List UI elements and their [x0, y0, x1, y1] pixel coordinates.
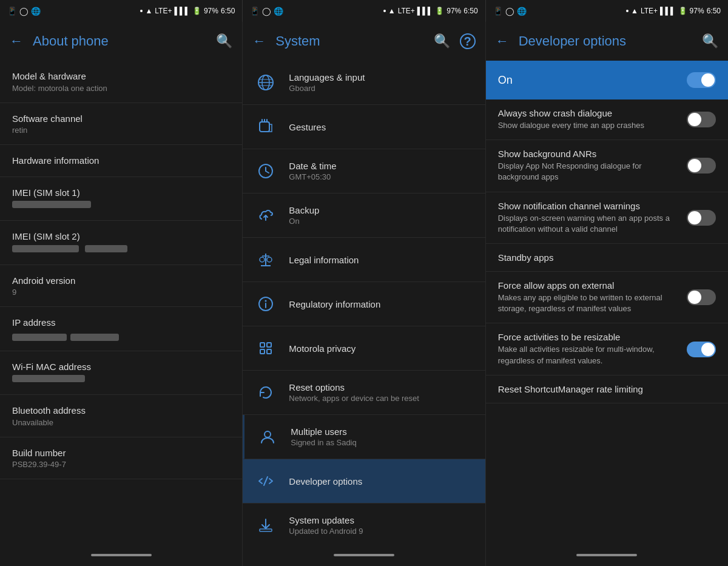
bluetooth-title: Bluetooth address [12, 405, 230, 417]
force-allow-external-title: Force allow apps on external [498, 280, 677, 291]
multiple-users-title: Multiple users [291, 426, 475, 437]
reset-text: Reset options Network, apps or device ca… [289, 382, 475, 403]
dev-item-crash-dialogue[interactable]: Always show crash dialogue Show dialogue… [486, 99, 728, 140]
model-title: Model & hardware [12, 70, 230, 83]
sys-item-datetime[interactable]: Date & time GMT+05:30 [243, 149, 485, 194]
nav-section-1[interactable] [0, 544, 243, 566]
crash-dialogue-toggle[interactable] [687, 112, 716, 127]
svg-rect-21 [267, 349, 271, 354]
build-number-title: Build number [12, 447, 230, 459]
imei2-blurred2 [85, 245, 127, 252]
globe-icon [252, 69, 279, 96]
dev-item-force-resizable[interactable]: Force activities to be resizable Make al… [486, 323, 728, 375]
sys-item-gestures[interactable]: Gestures [243, 105, 485, 149]
battery-icon-3: 🔋 [678, 7, 687, 15]
backup-title: Backup [289, 205, 475, 215]
svg-rect-19 [267, 343, 271, 347]
reset-subtitle: Network, apps or device can be reset [289, 394, 475, 403]
software-channel-subtitle: retin [12, 126, 230, 135]
notification-channel-toggle[interactable] [687, 210, 716, 226]
search-icon-2[interactable]: 🔍 [434, 33, 450, 49]
toggle-knob-on [701, 73, 715, 87]
standby-apps-text: Standby apps [498, 252, 716, 263]
nav-bar [0, 544, 728, 566]
nav-pill-1 [91, 554, 152, 556]
battery-label-1: 97% [204, 7, 218, 15]
svg-point-16 [265, 300, 267, 302]
status-icons-left-3: 📱 ◯ 🌐 [493, 7, 527, 16]
svg-point-22 [265, 431, 271, 437]
list-item-wifi-mac[interactable]: Wi-Fi MAC address [0, 351, 242, 396]
cloud-upload-icon [252, 202, 279, 229]
svg-line-23 [264, 477, 268, 485]
list-item-android-version[interactable]: Android version 9 [0, 265, 242, 308]
lte-label-1: LTE+ [155, 7, 172, 15]
system-list: Languages & input Gboard Gestures [243, 61, 485, 544]
multiple-users-subtitle: Signed in as Sadiq [291, 438, 475, 447]
sys-item-backup[interactable]: Backup On [243, 194, 485, 238]
sys-item-reset[interactable]: Reset options Network, apps or device ca… [243, 371, 485, 415]
nav-section-3[interactable] [486, 544, 728, 566]
background-anrs-toggle[interactable] [687, 158, 716, 174]
sys-item-developer-options[interactable]: Developer options [243, 459, 485, 504]
sys-item-motorola-privacy[interactable]: Motorola privacy [243, 326, 485, 371]
nav-pill-2 [334, 554, 394, 556]
ip-blurred2 [70, 334, 119, 341]
list-item-bluetooth[interactable]: Bluetooth address Unavailable [0, 395, 242, 437]
sys-item-system-updates[interactable]: System updates Updated to Android 9 [243, 504, 485, 544]
back-button-2[interactable]: ← [252, 33, 266, 49]
toggle-knob-external [688, 291, 701, 304]
toolbar-about-phone: ← About phone 🔍 [0, 22, 242, 61]
dev-item-force-allow-external[interactable]: Force allow apps on external Makes any a… [486, 272, 728, 323]
sys-item-regulatory[interactable]: Regulatory information [243, 282, 485, 326]
dev-item-notification-channel[interactable]: Show notification channel warnings Displ… [486, 192, 728, 244]
model-subtitle: Model: motorola one action [12, 84, 230, 93]
status-bar-2: 📱 ◯ 🌐 ▲ LTE+ ▌▌▌ 🔋 97% 6:50 [243, 0, 485, 22]
nav-section-2[interactable] [243, 544, 485, 566]
languages-title: Languages & input [289, 72, 475, 83]
developer-options-text: Developer options [289, 476, 475, 487]
toolbar-developer: ← Developer options 🔍 [486, 22, 728, 61]
search-icon-3[interactable]: 🔍 [702, 33, 718, 49]
background-anrs-title: Show background ANRs [498, 149, 677, 159]
list-item-imei1[interactable]: IMEI (SIM slot 1) [0, 177, 242, 221]
signal-bars-2: ▌▌▌ [417, 7, 433, 15]
search-icon-1[interactable]: 🔍 [216, 33, 232, 49]
back-button-3[interactable]: ← [496, 33, 509, 49]
signal-icon-3: ▲ [631, 7, 638, 15]
scale-icon [252, 246, 279, 273]
signal-icon-2: ▲ [388, 7, 396, 15]
force-allow-external-toggle[interactable] [687, 289, 716, 305]
sys-item-multiple-users[interactable]: Multiple users Signed in as Sadiq [243, 415, 485, 459]
ip-blurred1 [12, 334, 67, 341]
svg-rect-20 [260, 349, 265, 354]
help-icon[interactable]: ? [460, 33, 476, 49]
svg-rect-18 [260, 343, 265, 347]
clock-icon [252, 158, 279, 184]
sys-item-legal[interactable]: Legal information [243, 238, 485, 282]
status-right-3: ▲ LTE+ ▌▌▌ 🔋 97% 6:50 [626, 7, 721, 15]
about-phone-list: Model & hardware Model: motorola one act… [0, 61, 242, 544]
dev-item-reset-shortcut[interactable]: Reset ShortcutManager rate limiting [486, 376, 728, 403]
list-item-model[interactable]: Model & hardware Model: motorola one act… [0, 61, 242, 103]
list-item-build-number[interactable]: Build number PSB29.39-49-7 [0, 437, 242, 480]
regulatory-text: Regulatory information [289, 299, 475, 309]
grid-icon [252, 335, 279, 362]
sys-item-languages[interactable]: Languages & input Gboard [243, 61, 485, 105]
dev-on-banner[interactable]: On [486, 61, 728, 99]
panel-system: ← System 🔍 ? Languages & input [243, 22, 485, 544]
list-item-imei2[interactable]: IMEI (SIM slot 2) [0, 221, 242, 265]
list-item-hardware-info[interactable]: Hardware information [0, 145, 242, 177]
battery-label-3: 97% [690, 7, 704, 15]
developer-options-toggle[interactable] [687, 72, 716, 88]
force-resizable-subtitle: Make all activities resizable for multi-… [498, 344, 677, 366]
dev-item-background-anrs[interactable]: Show background ANRs Display App Not Res… [486, 140, 728, 192]
signal-bars-1: ▌▌▌ [174, 7, 190, 15]
list-item-ip-address[interactable]: IP address [0, 307, 242, 351]
motorola-privacy-text: Motorola privacy [289, 343, 475, 354]
regulatory-title: Regulatory information [289, 299, 475, 309]
back-button-1[interactable]: ← [10, 33, 23, 49]
dev-item-standby-apps[interactable]: Standby apps [486, 244, 728, 272]
force-resizable-toggle[interactable] [687, 342, 716, 357]
list-item-software-channel[interactable]: Software channel retin [0, 103, 242, 146]
